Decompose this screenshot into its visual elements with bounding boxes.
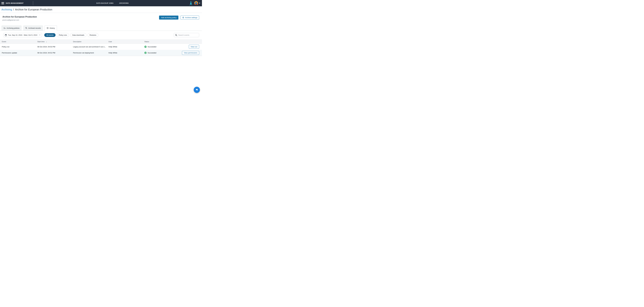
col-user[interactable]: User: [108, 41, 144, 42]
breadcrumb-archiving-link[interactable]: Archiving: [2, 8, 12, 11]
pill-all-events[interactable]: All events: [44, 33, 56, 37]
view-run-button[interactable]: View run: [189, 45, 199, 49]
pill-policy-runs[interactable]: Policy runs: [57, 33, 69, 37]
app-title: DATA MANAGEMENT: [6, 2, 24, 4]
chat-bubble-icon: [195, 88, 198, 91]
cell-user: Holly White: [108, 46, 144, 48]
add-archiving-policy-button[interactable]: Add archiving policy: [159, 15, 178, 19]
archive-settings-button[interactable]: ⚙ Archive settings: [180, 15, 199, 19]
page-title: Archive for European Production: [2, 15, 37, 18]
topbar: DATA MANAGEMENT DATA BACKUP JOBS ARCHIVI…: [0, 0, 202, 6]
tab-archived-records[interactable]: Archived records: [23, 25, 43, 31]
user-menu[interactable]: [194, 1, 200, 5]
filters-row: Tue, Sep 10, 2024 - Wed, Oct 9, 2024 All…: [0, 31, 202, 37]
tab-label: Archiving policies: [6, 27, 20, 29]
table-row: Permissions update 08 Oct 2024, 04:52 PM…: [0, 50, 202, 56]
tab-label: Archived records: [28, 27, 41, 29]
gear-icon: ⚙: [182, 16, 184, 19]
breadcrumb-current: Archive for European Production: [15, 8, 52, 11]
page-head: Archive for European Production prod-eu@…: [0, 13, 202, 21]
cell-user: Holly White: [108, 52, 144, 54]
topbar-left: DATA MANAGEMENT: [0, 0, 33, 6]
tab-bar: Archiving policies Archived records Hist…: [0, 25, 202, 31]
chevron-down-icon: [39, 35, 40, 35]
tab-archiving-policies[interactable]: Archiving policies: [2, 25, 22, 31]
status-badge: Succeeded: [148, 52, 156, 54]
cell-status: Succeeded: [144, 52, 181, 54]
event-filter-pills: All events Policy runs Data downloads Re…: [44, 33, 98, 37]
breadcrumb-separator: /: [13, 8, 14, 11]
table-header: Event Start time ↓ Description User Stat…: [0, 39, 202, 44]
breadcrumb: Archiving / Archive for European Product…: [0, 6, 202, 13]
head-actions: Add archiving policy ⚙ Archive settings: [159, 15, 199, 19]
date-range-value: Tue, Sep 10, 2024 - Wed, Oct 9, 2024: [8, 34, 37, 36]
check-circle-icon: [144, 52, 146, 54]
check-circle-icon: [144, 46, 146, 48]
search-input[interactable]: [178, 34, 198, 36]
col-description[interactable]: Description: [73, 41, 108, 42]
search-icon: [175, 34, 177, 36]
nav-item-data-backup-jobs[interactable]: DATA BACKUP JOBS: [96, 2, 114, 4]
gearset-avatar: [194, 1, 198, 5]
cell-event: Permissions update: [2, 52, 37, 54]
tab-label: History: [50, 27, 55, 29]
cell-description: Permission set deployment: [73, 52, 108, 54]
calendar-icon: [5, 34, 7, 36]
col-start-time[interactable]: Start time ↓: [37, 41, 73, 42]
cell-event: Policy run: [2, 46, 37, 48]
chat-launcher-button[interactable]: [194, 87, 200, 93]
tab-history[interactable]: History: [44, 25, 57, 31]
hamburger-icon[interactable]: [2, 2, 4, 4]
policy-list-icon: [4, 27, 6, 29]
table-row: Policy run 08 Oct 2024, 04:53 PM Legacy …: [0, 44, 202, 50]
col-start-time-label: Start time: [37, 41, 44, 42]
status-badge: Succeeded: [148, 46, 156, 48]
pill-data-downloads[interactable]: Data downloads: [70, 33, 86, 37]
date-range-picker[interactable]: Tue, Sep 10, 2024 - Wed, Oct 9, 2024: [3, 33, 42, 37]
cell-description: Legacy account ran and archived 0 out o.…: [73, 46, 108, 48]
search-icon: [25, 27, 27, 29]
history-table: Event Start time ↓ Description User Stat…: [0, 39, 202, 56]
archive-settings-label: Archive settings: [185, 16, 197, 18]
view-permissions-button[interactable]: View permissions: [182, 51, 199, 55]
sort-desc-icon[interactable]: ↓: [46, 41, 47, 42]
col-status[interactable]: Status: [144, 41, 181, 42]
page-head-titles: Archive for European Production prod-eu@…: [2, 15, 37, 21]
pill-restores[interactable]: Restores: [88, 33, 98, 37]
chevron-down-icon: [199, 3, 200, 3]
nav-item-archiving[interactable]: ARCHIVING: [119, 2, 129, 4]
topbar-nav: DATA BACKUP JOBS ARCHIVING: [96, 0, 129, 6]
col-event[interactable]: Event: [2, 41, 37, 42]
cell-start-time: 08 Oct 2024, 04:52 PM: [37, 52, 73, 54]
cell-status: Succeeded: [144, 46, 181, 48]
cell-start-time: 08 Oct 2024, 04:53 PM: [37, 46, 73, 48]
history-icon: [47, 27, 48, 29]
rocket-icon[interactable]: [189, 1, 192, 5]
topbar-right: [189, 1, 202, 5]
search-events-box: [174, 33, 199, 37]
org-username: prod-eu@gearset.com: [2, 19, 37, 21]
